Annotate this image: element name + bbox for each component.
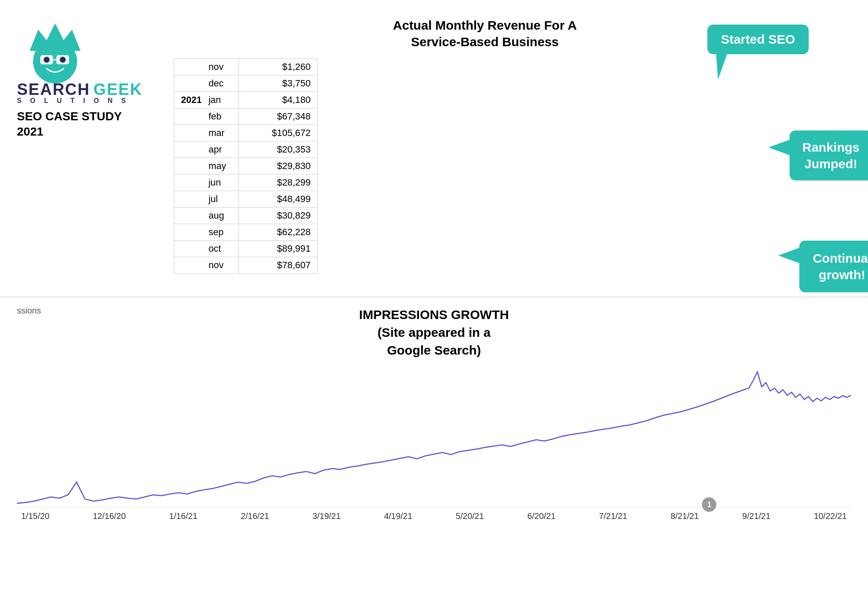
x-axis-label: 10/22/21 (814, 511, 847, 521)
x-axis-label: 4/19/21 (384, 511, 412, 521)
started-seo-arrow (716, 50, 750, 80)
top-section: SEARCH GEEK S O L U T I O N S SEO CASE S… (0, 0, 868, 297)
case-study-title: SEO CASE STUDY 2021 (17, 109, 122, 140)
x-axis-label: 7/21/21 (599, 511, 627, 521)
table-row: jun $28,299 (174, 175, 318, 191)
brand-name: SEARCH GEEK S O L U T I O N S (17, 80, 142, 105)
svg-marker-9 (778, 247, 801, 264)
started-seo-callout: Started SEO (707, 25, 809, 54)
page-number-badge: 1 (702, 497, 716, 512)
rankings-callout: Rankings Jumped! (790, 130, 868, 180)
svg-marker-8 (768, 139, 792, 156)
impressions-chart-svg (17, 363, 851, 508)
x-axis-label: 6/20/21 (527, 511, 556, 521)
revenue-table-wrapper: nov $1,260 dec $3,750 2021 jan $4,180 (174, 58, 318, 274)
svg-marker-7 (716, 50, 729, 80)
svg-point-5 (44, 57, 50, 63)
x-axis-label: 12/16/20 (93, 511, 126, 521)
table-row: oct $89,991 (174, 241, 318, 257)
table-row: 2021 jan $4,180 (174, 92, 318, 108)
impressions-chart-title: IMPRESSIONS GROWTH (Site appeared in a G… (17, 306, 851, 359)
x-axis-labels: 1/15/20 12/16/20 1/16/21 2/16/21 3/19/21… (17, 509, 851, 521)
table-row: may $29,830 (174, 158, 318, 175)
svg-rect-10 (17, 363, 851, 508)
svg-point-1 (33, 39, 77, 83)
x-axis-label: 1/15/20 (21, 511, 50, 521)
growth-arrow (778, 247, 801, 264)
revenue-table: nov $1,260 dec $3,750 2021 jan $4,180 (174, 58, 318, 274)
rankings-arrow (768, 139, 792, 156)
table-row: jul $48,499 (174, 191, 318, 208)
x-axis-label: 9/21/21 (742, 511, 771, 521)
x-axis-label: 3/19/21 (312, 511, 341, 521)
table-row: nov $78,607 (174, 257, 318, 274)
bottom-section: ssions IMPRESSIONS GROWTH (Site appeared… (0, 297, 868, 537)
growth-callout: Continualgrowth! (799, 241, 868, 292)
svg-point-6 (60, 57, 66, 63)
table-row: apr $20,353 (174, 142, 318, 158)
table-row: mar $105,672 (174, 125, 318, 142)
company-logo (17, 17, 110, 85)
x-axis-label: 1/16/21 (169, 511, 198, 521)
tagline: S O L U T I O N S (17, 97, 142, 105)
table-row: nov $1,260 (174, 59, 318, 75)
x-axis-label: 8/21/21 (670, 511, 699, 521)
x-axis-label: 2/16/21 (241, 511, 269, 521)
y-axis-label: ssions (17, 306, 41, 316)
table-row: aug $30,829 (174, 208, 318, 224)
table-row: dec $3,750 (174, 75, 318, 92)
main-content-area: Actual Monthly Revenue For A Service-Bas… (136, 13, 851, 288)
impressions-chart: 1/15/20 12/16/20 1/16/21 2/16/21 3/19/21… (17, 363, 851, 524)
logo-area: SEARCH GEEK S O L U T I O N S SEO CASE S… (17, 13, 136, 288)
x-axis-label: 5/20/21 (456, 511, 484, 521)
table-row: feb $67,348 (174, 108, 318, 125)
table-row: sep $62,228 (174, 224, 318, 241)
